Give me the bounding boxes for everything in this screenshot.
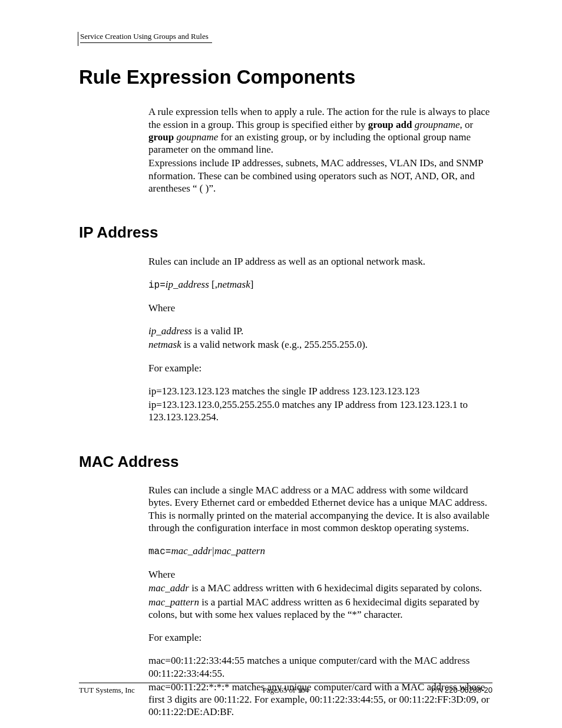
header-rule-tick — [78, 32, 78, 46]
footer-right-prefix: P/N — [431, 686, 445, 694]
mac-def-1: mac_addr is a MAC address written with 6… — [148, 582, 492, 594]
page-content: Rule Expression Components A rule expres… — [79, 65, 492, 720]
section-heading-mac: MAC Address — [79, 452, 492, 472]
page-title: Rule Expression Components — [79, 65, 492, 89]
ip-def-2: netmask is a valid network mask (e.g., 2… — [148, 338, 492, 351]
text: is a valid network mask (e.g., 255.255.2… — [181, 339, 368, 350]
italic: groupname — [415, 119, 460, 130]
mac-paragraph: Rules can include a single MAC address o… — [148, 484, 492, 534]
footer-center: Page 65 of 104 — [217, 686, 355, 695]
footer-part-number: 220-06288-20 — [445, 686, 492, 694]
italic: ip_address — [148, 325, 192, 337]
header-text: Service Creation Using Groups and Rules — [80, 32, 212, 43]
mac-syntax: mac=mac_addr|mac_pattern — [148, 545, 492, 558]
ip-syntax: ip=ip_address [,netmask] — [148, 278, 492, 291]
mac-example-label: For example: — [148, 631, 492, 644]
ip-def-1: ip_address is a valid IP. — [148, 325, 492, 337]
text: is a valid IP. — [192, 325, 243, 337]
ip-where: Where — [148, 302, 492, 314]
ip-block: Rules can include an IP address as well … — [148, 255, 492, 424]
italic: netmask — [148, 339, 181, 350]
running-header: Service Creation Using Groups and Rules — [80, 29, 492, 43]
mac-where: Where — [148, 568, 492, 581]
italic: mac_addr — [148, 582, 189, 594]
italic: mac_addr|mac_pattern — [171, 545, 265, 556]
bold: group add — [368, 119, 412, 130]
footer-left: TUT Systems, Inc — [79, 686, 217, 695]
text: [, — [209, 279, 217, 290]
intro-paragraph-2: Expressions include IP addresses, subnet… — [148, 157, 492, 195]
italic: mac_pattern — [148, 597, 199, 608]
ip-example-label: For example: — [148, 362, 492, 374]
italic: ip_address — [166, 279, 209, 290]
page-footer: TUT Systems, Inc Page 65 of 104 P/N 220-… — [79, 683, 492, 695]
section-heading-ip: IP Address — [79, 223, 492, 242]
intro-paragraph-1: A rule expression tells when to apply a … — [148, 106, 492, 156]
text: ] — [250, 279, 254, 290]
mac-def-2: mac_pattern is a partial MAC address wri… — [148, 596, 492, 621]
text: is a MAC address written with 6 hexideci… — [189, 582, 482, 594]
intro-block: A rule expression tells when to apply a … — [148, 106, 492, 195]
code: ip= — [148, 280, 166, 291]
text: , or — [460, 119, 474, 130]
italic: goupname — [176, 131, 218, 143]
ip-paragraph: Rules can include an IP address as well … — [148, 255, 492, 268]
footer-right: P/N 220-06288-20 — [355, 686, 492, 695]
bold: group — [148, 131, 174, 143]
italic: netmask — [217, 279, 250, 290]
ip-example-2: ip=123.123.123.0,255.255.255.0 matches a… — [148, 398, 492, 424]
ip-example-1: ip=123.123.123.123 matches the single IP… — [148, 385, 492, 397]
mac-example-1: mac=00:11:22:33:44:55 matches a unique c… — [148, 654, 492, 680]
code: mac= — [148, 546, 171, 557]
